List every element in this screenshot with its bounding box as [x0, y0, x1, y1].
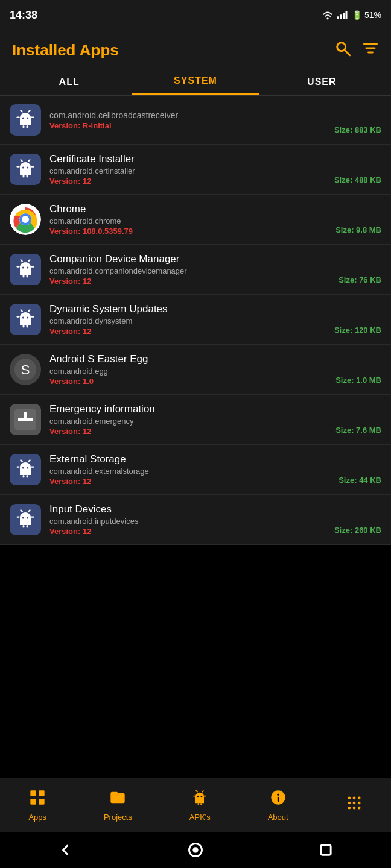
app-version: Version: 108.0.5359.79	[49, 227, 335, 236]
status-bar: 14:38 🔋 51%	[0, 0, 391, 30]
app-package: com.android.companiondevicemanager	[49, 266, 243, 275]
app-info: Certificate Installer com.android.certin…	[49, 153, 334, 186]
app-icon	[10, 104, 41, 136]
app-package: com.android.chrome	[49, 216, 243, 225]
list-item[interactable]: Companion Device Manager com.android.com…	[0, 245, 391, 295]
projects-icon	[109, 789, 126, 810]
app-name: Emergency information	[49, 403, 335, 415]
tab-system[interactable]: SYSTEM	[132, 68, 258, 95]
app-package: com.android.externalstorage	[49, 467, 243, 476]
svg-point-11	[27, 118, 28, 119]
list-item[interactable]: External Storage com.android.externalsto…	[0, 445, 391, 495]
svg-rect-51	[23, 475, 25, 478]
list-item[interactable]: S Android S Easter Egg com.android.egg V…	[0, 345, 391, 395]
search-icon[interactable]	[334, 40, 351, 61]
svg-text:S: S	[21, 362, 30, 377]
filter-icon[interactable]	[362, 40, 379, 61]
nav-item-apks[interactable]: APK's	[189, 789, 211, 822]
app-size: Size: 44 KB	[339, 476, 381, 486]
svg-rect-32	[23, 275, 25, 278]
home-button[interactable]	[185, 839, 206, 861]
svg-point-57	[22, 517, 24, 519]
battery-percent: 51%	[364, 10, 381, 20]
svg-rect-66	[39, 790, 45, 796]
nav-item-about[interactable]: About	[268, 789, 288, 822]
svg-rect-21	[27, 175, 28, 178]
svg-rect-68	[39, 799, 45, 804]
nav-item-apps[interactable]: Apps	[28, 789, 46, 822]
list-item[interactable]: Certificate Installer com.android.certin…	[0, 145, 391, 195]
app-icon	[10, 504, 41, 535]
app-list: com.android.cellbroadcastreceiver Versio…	[0, 96, 391, 545]
svg-rect-67	[31, 799, 36, 804]
svg-line-56	[28, 460, 30, 461]
svg-point-80	[348, 797, 351, 800]
app-header: Installed Apps	[0, 30, 391, 68]
svg-rect-1	[337, 16, 339, 19]
svg-line-44	[21, 310, 22, 311]
app-size: Size: 7.6 MB	[335, 426, 381, 436]
svg-point-84	[352, 802, 355, 805]
app-package: com.android.emergency	[49, 417, 243, 426]
apps-icon	[29, 789, 46, 810]
app-version: Version: 12	[49, 427, 335, 436]
svg-line-24	[21, 160, 22, 161]
svg-point-31	[27, 267, 28, 269]
app-package: com.android.inputdevices	[49, 517, 243, 526]
app-package: com.android.certinstaller	[49, 166, 243, 175]
app-name: com.android.cellbroadcastreceiver	[49, 110, 243, 120]
svg-rect-52	[27, 475, 28, 478]
svg-point-81	[352, 797, 355, 800]
svg-line-16	[21, 110, 22, 112]
svg-rect-13	[27, 125, 28, 128]
svg-rect-60	[27, 525, 28, 528]
svg-point-38	[22, 317, 24, 319]
app-icon	[10, 254, 41, 285]
svg-line-76	[202, 790, 203, 791]
svg-point-49	[22, 467, 24, 469]
nav-label-apks: APK's	[189, 813, 211, 822]
app-info: Input Devices com.android.inputdevices V…	[49, 503, 334, 536]
app-icon	[10, 304, 41, 335]
svg-rect-79	[277, 796, 278, 801]
svg-point-78	[277, 793, 279, 796]
svg-point-39	[27, 317, 28, 319]
svg-rect-40	[23, 325, 25, 328]
svg-rect-33	[27, 275, 28, 278]
svg-rect-41	[27, 325, 28, 328]
list-item[interactable]: Dynamic System Updates com.android.dynsy…	[0, 295, 391, 345]
app-version: Version: R-initial	[49, 121, 334, 130]
tab-all[interactable]: ALL	[6, 69, 132, 95]
nav-label-about: About	[268, 813, 288, 822]
more-icon	[346, 794, 363, 816]
svg-rect-2	[340, 14, 342, 19]
app-size: Size: 76 KB	[339, 275, 381, 286]
app-icon	[10, 204, 41, 235]
app-package: com.android.dynsystem	[49, 316, 243, 326]
list-item[interactable]: Chrome com.android.chrome Version: 108.0…	[0, 195, 391, 245]
app-version: Version: 12	[49, 177, 334, 186]
svg-rect-20	[23, 175, 25, 178]
app-name: External Storage	[49, 453, 339, 465]
app-package: com.android.egg	[49, 366, 243, 376]
nav-item-projects[interactable]: Projects	[104, 789, 132, 822]
svg-rect-12	[23, 125, 25, 128]
app-version: Version: 1.0	[49, 377, 335, 386]
svg-point-83	[348, 802, 351, 805]
list-item[interactable]: Emergency information com.android.emerge…	[0, 395, 391, 445]
app-size: Size: 9.8 MB	[335, 225, 381, 236]
app-name: Android S Easter Egg	[49, 353, 335, 365]
svg-point-88	[357, 807, 360, 810]
svg-line-75	[196, 790, 197, 791]
page-title: Installed Apps	[12, 41, 119, 60]
back-button[interactable]	[54, 839, 76, 861]
list-item[interactable]: Input Devices com.android.inputdevices V…	[0, 495, 391, 545]
svg-point-18	[22, 167, 24, 169]
app-icon	[10, 404, 41, 435]
recents-button[interactable]	[315, 839, 337, 861]
list-item[interactable]: com.android.cellbroadcastreceiver Versio…	[0, 96, 391, 145]
tab-user[interactable]: USER	[259, 69, 385, 95]
nav-item-more[interactable]	[346, 794, 363, 816]
svg-line-55	[21, 460, 22, 461]
svg-line-45	[28, 310, 30, 311]
